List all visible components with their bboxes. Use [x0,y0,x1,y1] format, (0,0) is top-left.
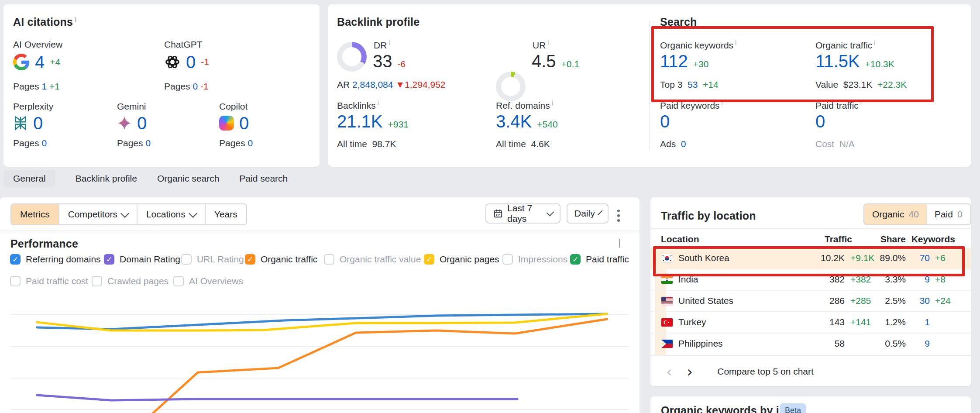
checkbox-checked-icon [424,254,434,265]
checkbox-checked-icon [10,254,21,265]
date-range-button[interactable]: Last 7 days [485,203,560,224]
traffic-by-location-card: Traffic by location Organic40 Paid0 Loca… [650,197,971,386]
section-divider [649,21,650,150]
paid-keywords-value[interactable]: 0 [660,113,670,130]
info-icon[interactable]: i [378,100,379,107]
keywords-value[interactable]: 1 [925,317,930,327]
years-button[interactable]: Years [206,204,246,224]
backlinks-value[interactable]: 21.1K [337,113,383,130]
copilot-value[interactable]: 0 [239,114,249,132]
info-icon[interactable]: i [547,39,549,46]
ai-overview-change: +4 [50,57,60,67]
share-value: 2.5% [885,296,906,306]
organic-traffic-value[interactable]: 11.5K [815,52,860,70]
traffic-change: +382 [850,274,871,285]
calendar-icon [493,209,503,218]
chatgpt-pages: Pages 0 -1 [164,81,209,92]
metrics-button[interactable]: Metrics [11,204,59,224]
performance-card: Metrics Competitors Locations Years Last… [0,197,640,413]
ur-label: URi [533,39,549,51]
chevron-down-icon [189,209,197,218]
ar-value[interactable]: 2,848,084 [352,79,393,89]
traffic-change: +141 [850,317,871,327]
legend-crawled-pages[interactable]: Crawled pages [92,276,168,286]
legend-referring-domains[interactable]: Referring domains [10,254,101,265]
chatgpt-value[interactable]: 0 [186,53,196,71]
legend-domain-rating[interactable]: Domain Rating [104,254,180,265]
compare-top5-link[interactable]: Compare top 5 on chart [717,366,814,377]
info-icon[interactable]: i [735,39,736,46]
collapse-chevron-up-icon[interactable] [619,239,620,247]
performance-line-chart[interactable] [10,301,629,413]
info-icon[interactable]: i [75,16,76,23]
legend-organic-pages[interactable]: Organic pages [424,254,499,265]
toolbar-divider [0,231,640,231]
toggle-paid[interactable]: Paid0 [927,204,970,224]
openai-icon [164,54,181,70]
traffic-change: +9.1K [850,253,874,263]
paid-traffic-value[interactable]: 0 [815,113,825,130]
keywords-value[interactable]: 70 [920,253,930,263]
table-row-turkey[interactable]: Turkey 143 +141 1.2% 1 [650,312,971,334]
legend-organic-traffic-value[interactable]: Organic traffic value [324,254,421,265]
tab-general[interactable]: General [3,170,55,187]
competitors-button[interactable]: Competitors [59,204,138,224]
organic-traffic-change: +10.3K [865,59,894,69]
engine-label-perplexity: Perplexity [13,101,53,112]
checkbox-unchecked-icon [181,254,192,265]
traffic-value: 286 [829,296,845,306]
legend-ai-overviews[interactable]: AI Overviews [173,276,243,286]
copilot-pages: Pages 0 [219,138,253,148]
copilot-icon [219,116,234,131]
legend-organic-traffic[interactable]: Organic traffic [245,254,317,265]
report-tabs: General Backlink profile Organic search … [3,169,288,188]
share-value: 3.3% [885,274,906,285]
next-page-icon[interactable]: › [687,364,693,379]
engine-label-gemini: Gemini [117,101,146,112]
info-icon[interactable]: i [722,100,723,107]
perplexity-value[interactable]: 0 [33,114,43,132]
tab-organic-search[interactable]: Organic search [157,170,219,187]
chart-settings-group: Metrics Competitors Locations Years [10,203,247,225]
chevron-down-icon [120,209,129,218]
legend-paid-traffic-cost[interactable]: Paid traffic cost [10,276,88,286]
table-row-philippines[interactable]: Philippines 58 0.5% 9 [650,334,971,355]
toggle-organic[interactable]: Organic40 [864,204,927,224]
keywords-value[interactable]: 9 [925,274,930,285]
ref-domains-label: Ref. domainsi [496,100,553,111]
keywords-value[interactable]: 30 [920,296,930,306]
column-header-location: Location [661,234,699,244]
legend-impressions[interactable]: Impressions [502,254,567,265]
legend-paid-traffic[interactable]: Paid traffic [570,254,629,265]
keywords-change: +24 [935,296,951,306]
granularity-button[interactable]: Daily [567,203,609,224]
gemini-value[interactable]: 0 [137,114,147,132]
prev-page-icon[interactable]: ‹ [666,364,672,379]
legend-url-rating[interactable]: URL Rating [181,254,244,265]
tab-backlink-profile[interactable]: Backlink profile [76,170,137,187]
ref-domains-value[interactable]: 3.4K [496,113,532,130]
table-row-south-korea[interactable]: South Korea 10.2K +9.1K 89.0% 70 +6 [650,248,971,269]
table-row-india[interactable]: India 382 +382 3.3% 9 +8 [650,269,971,291]
tab-paid-search[interactable]: Paid search [239,170,288,187]
location-name: South Korea [678,253,729,263]
turkey-flag-icon [661,318,673,327]
checkbox-unchecked-icon [92,276,102,286]
engine-label-chatgpt: ChatGPT [164,39,203,50]
info-icon[interactable]: i [552,100,553,107]
info-icon[interactable]: i [860,100,862,107]
backlink-search-card: Backlink profile DRi 33 -6 AR 2,848,084 … [328,4,971,167]
keywords-value[interactable]: 9 [925,338,930,349]
paid-traffic-label: Paid traffici [815,100,862,111]
table-row-united-states[interactable]: United States 286 +285 2.5% 30 +24 [650,291,971,312]
dashboard-page: AI citationsi AI Overview 4 +4 Pages 1 +… [0,0,980,413]
more-options-kebab-icon[interactable] [615,207,622,224]
header-divider [650,228,971,229]
engine-label-copilot: Copilot [219,101,248,112]
organic-keywords-value[interactable]: 112 [660,52,688,70]
top3-row: Top 3 53 +14 [660,79,719,90]
info-icon[interactable]: i [874,39,875,46]
locations-button[interactable]: Locations [138,204,206,224]
ai-overview-value[interactable]: 4 [35,53,45,71]
info-icon[interactable]: i [389,39,390,46]
